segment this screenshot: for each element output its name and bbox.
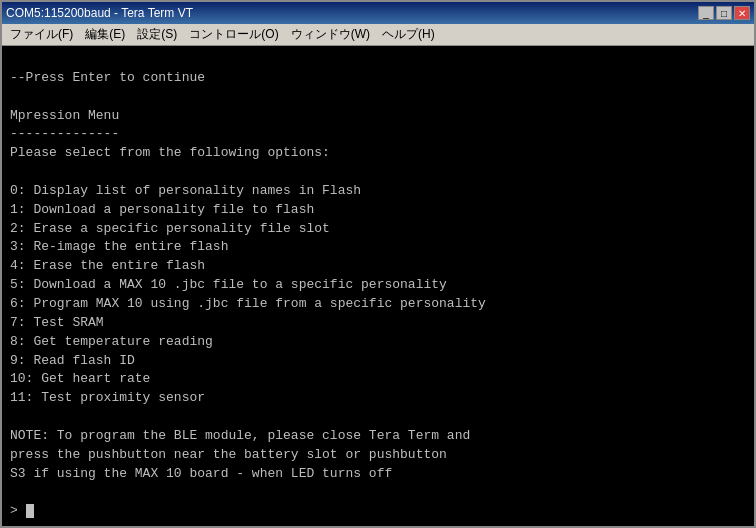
terminal-area[interactable]: --Press Enter to continue Mpression Menu… <box>2 46 754 526</box>
menu-control[interactable]: コントロール(O) <box>183 24 284 45</box>
menu-bar: ファイル(F) 編集(E) 設定(S) コントロール(O) ウィンドウ(W) ヘ… <box>2 24 754 46</box>
title-bar: COM5:115200baud - Tera Term VT _ □ ✕ <box>2 2 754 24</box>
title-bar-buttons: _ □ ✕ <box>698 6 750 20</box>
menu-settings[interactable]: 設定(S) <box>131 24 183 45</box>
menu-help[interactable]: ヘルプ(H) <box>376 24 441 45</box>
minimize-button[interactable]: _ <box>698 6 714 20</box>
menu-edit[interactable]: 編集(E) <box>79 24 131 45</box>
menu-window[interactable]: ウィンドウ(W) <box>285 24 376 45</box>
maximize-button[interactable]: □ <box>716 6 732 20</box>
terminal-cursor <box>26 504 34 518</box>
close-button[interactable]: ✕ <box>734 6 750 20</box>
window-title: COM5:115200baud - Tera Term VT <box>6 6 193 20</box>
menu-file[interactable]: ファイル(F) <box>4 24 79 45</box>
main-window: COM5:115200baud - Tera Term VT _ □ ✕ ファイ… <box>0 0 756 528</box>
